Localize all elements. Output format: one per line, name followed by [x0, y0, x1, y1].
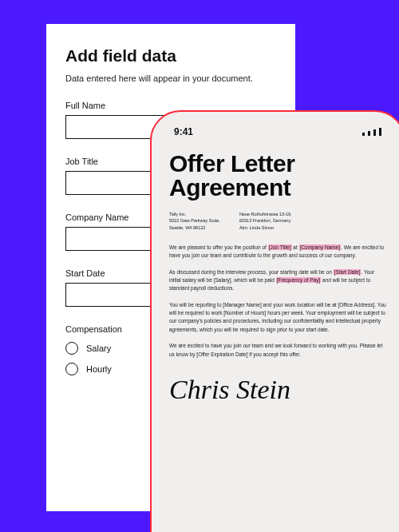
recipient-address: Neue Rothofstrasse 13-19, 60313 Frankfur…: [239, 211, 292, 231]
signature: Chris Stein: [169, 375, 386, 405]
placeholder-start-date: [Start Date]: [334, 269, 361, 275]
signal-icon: [362, 128, 381, 136]
sender-address: Tally Inc. 5022 Gate Parkway Suite, Seat…: [169, 211, 220, 231]
paragraph-3: You will be reporting to [Manager Name] …: [169, 301, 386, 335]
placeholder-job-title: [Job Title]: [268, 244, 292, 250]
form-title: Add field data: [65, 46, 276, 66]
radio-hourly-label: Hourly: [86, 364, 112, 374]
radio-circle-icon: [65, 363, 78, 375]
phone-preview: 9:41 Offer Letter Agreement Tally Inc. 5…: [150, 110, 399, 532]
radio-salary-label: Salary: [86, 343, 111, 353]
document-title-line2: Agreement: [169, 176, 386, 200]
paragraph-4: We are excited to have you join our team…: [169, 342, 386, 359]
label-full-name: Full Name: [65, 101, 276, 110]
document-title-line1: Offer Letter: [169, 152, 386, 176]
placeholder-frequency: [Frequency of Pay]: [276, 277, 322, 283]
document-body: We are pleased to offer you the position…: [169, 244, 386, 359]
radio-circle-icon: [65, 342, 78, 355]
placeholder-company-name: [Company Name]: [299, 244, 342, 250]
status-time: 9:41: [174, 126, 193, 137]
document-title: Offer Letter Agreement: [169, 152, 386, 200]
status-bar: 9:41: [169, 126, 386, 137]
form-subtitle: Data entered here will appear in your do…: [65, 73, 276, 83]
paragraph-2: As discussed during the interview proces…: [169, 268, 386, 293]
paragraph-1: We are pleased to offer you the position…: [169, 244, 386, 260]
address-row: Tally Inc. 5022 Gate Parkway Suite, Seat…: [169, 211, 386, 231]
